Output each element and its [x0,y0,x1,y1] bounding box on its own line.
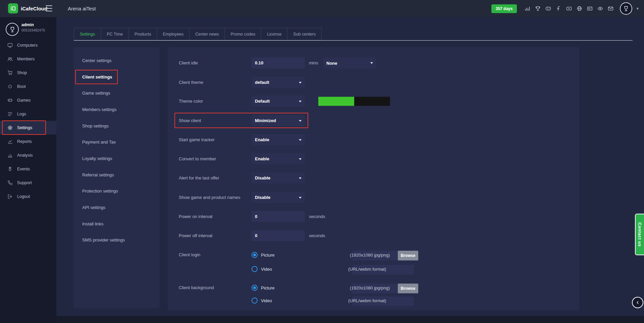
chevron-down-icon [299,158,302,160]
submenu-item-game-settings[interactable]: Game settings [74,85,159,101]
chevron-down-icon [299,177,302,179]
mail-icon[interactable] [607,5,614,12]
sidebar-item-label: Analysis [17,153,33,158]
tab-settings[interactable]: Settings [74,28,101,40]
sidebar-item-logout[interactable]: Logout [0,190,56,203]
form-row-start-game-tracker: Start game tracker Enable [179,134,573,145]
client-background-picture-radio[interactable] [252,285,258,291]
form-row-client-idle: Client idle mins None [179,57,573,68]
sidebar-item-computers[interactable]: Computers [0,38,56,52]
contact-us-tab[interactable]: Contact us [635,214,644,255]
sidebar-item-boot[interactable]: Boot [0,79,56,93]
submenu-item-payment-and-tax[interactable]: Payment and Tax [74,134,159,150]
submenu-item-protection-settings[interactable]: Protection settings [74,183,159,200]
tab-employees[interactable]: Employees [157,28,190,40]
client-login-picture-radio[interactable] [252,252,258,258]
field-label: Client background [179,285,252,290]
client-login-video-radio[interactable] [252,266,258,272]
submenu-item-shop-settings[interactable]: Shop settings [74,118,159,134]
app-root: iCafeCloud Arena aiTest 357 days [0,0,644,323]
select-value: None [326,60,337,65]
show-client-select[interactable]: Minimized [252,115,305,126]
submenu-item-referral-settings[interactable]: Referral settings [74,167,159,183]
start-game-tracker-select[interactable]: Enable [252,134,305,145]
sidebar: admin 005193482475 Computers Members Sho… [0,17,56,323]
stats-icon[interactable] [524,5,531,12]
sidebar-item-members[interactable]: Members [0,52,56,66]
cart-icon [7,70,13,75]
sidebar-item-analysis[interactable]: Analysis [0,148,56,162]
submenu-item-loyalty-settings[interactable]: Loyalty settings [74,150,159,167]
eye-icon[interactable] [597,5,603,12]
sidebar-item-reports[interactable]: Reports [0,134,56,148]
youtube-icon[interactable] [566,5,572,12]
client-background-browse-button[interactable]: Browse [398,283,418,293]
client-login-browse-button[interactable]: Browse [398,251,418,260]
facebook-icon[interactable] [555,5,562,12]
icafecloud-logo-icon[interactable] [8,3,18,13]
chevron-down-icon [299,139,302,141]
tab-center-news[interactable]: Center news [189,28,225,40]
submenu-item-sms-provider-settings[interactable]: SMS provider settings [74,232,159,249]
client-idle-input[interactable] [252,57,305,68]
show-game-product-names-select[interactable]: Disable [252,192,305,203]
client-idle-action-select[interactable]: None [323,57,376,68]
tab-pc-time[interactable]: PC Time [101,28,129,40]
select-value: Enable [255,137,269,142]
field-label: Client theme [179,80,252,85]
power-off-interval-input[interactable] [252,230,305,241]
trophy-icon[interactable] [535,5,541,12]
theme-color-select[interactable]: Default [252,96,305,107]
sidebar-item-settings[interactable]: Settings [0,121,56,134]
sidebar-item-shop[interactable]: Shop [0,66,56,79]
sidebar-item-logs[interactable]: Logs [0,107,56,121]
user-avatar[interactable] [620,2,632,15]
sidebar-item-events[interactable]: Events [0,162,56,176]
tab-license[interactable]: License [261,28,287,40]
days-badge[interactable]: 357 days [491,4,517,13]
submenu-item-client-settings[interactable]: Client settings [74,69,159,85]
client-theme-select[interactable]: default [252,77,305,88]
hamburger-menu-icon[interactable] [46,5,52,11]
form-row-alert-last-offer: Alert for the last offer Disable [179,172,573,183]
globe-icon[interactable] [576,5,583,12]
field-hint: (URL/webm format) [348,266,386,271]
field-label: Client login [179,252,252,257]
alert-last-offer-select[interactable]: Disable [252,172,305,183]
main-content: Settings PC Time Products Employees Cent… [56,17,644,316]
discord-icon[interactable] [545,5,551,12]
submenu-item-install-links[interactable]: Install links [74,216,159,232]
field-label: Start game tracker [179,137,252,142]
bar-chart-icon [7,153,13,158]
topbar-icon-strip [524,5,614,12]
unit-label: seconds [309,214,325,219]
gear-icon [7,125,13,130]
convert-to-member-select[interactable]: Enable [252,153,305,164]
form-row-client-background-picture: Client background Picture Browse (1920x1… [179,282,573,293]
sidebar-item-label: Reports [17,139,32,144]
submenu-item-center-settings[interactable]: Center settings [74,52,159,69]
tab-promo-codes[interactable]: Promo codes [224,28,261,40]
sidebar-item-support[interactable]: Support [0,176,56,190]
topbar-right: 357 days [491,0,639,17]
client-background-video-radio[interactable] [252,298,258,304]
radio-label: Picture [261,252,274,257]
form-row-show-game-product-names: Show game and product names Disable [179,192,573,203]
sidebar-nav: Computers Members Shop Boot Games Logs [0,38,56,203]
collapse-chevron-button[interactable]: ‹ [632,297,643,308]
field-label: Power on interval [179,214,252,219]
submenu-item-members-settings[interactable]: Members settings [74,101,159,118]
sidebar-item-label: Members [17,57,35,61]
tab-products[interactable]: Products [128,28,157,40]
id-card-icon[interactable] [587,5,593,12]
power-on-interval-input[interactable] [252,211,305,222]
phone-icon [7,180,13,185]
tab-sub-centers[interactable]: Sub centers [287,28,322,40]
select-value: Minimized [255,118,276,123]
submenu-item-api-settings[interactable]: API settings [74,199,159,216]
sidebar-item-games[interactable]: Games [0,93,56,107]
user-name: admin [21,22,34,27]
sidebar-user-block: admin 005193482475 [0,17,56,38]
sidebar-avatar[interactable] [6,23,19,36]
chevron-down-icon[interactable]: ▾ [636,6,639,11]
